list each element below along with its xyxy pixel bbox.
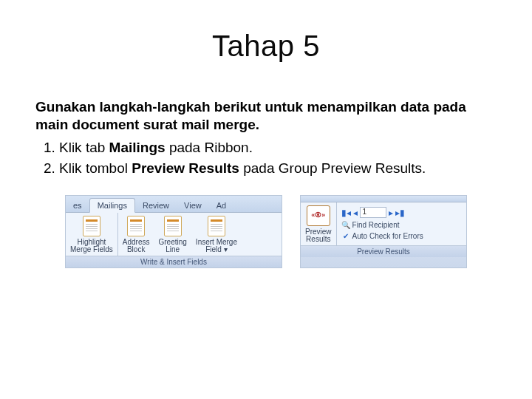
search-icon: 🔍 [341,220,350,229]
next-record-button[interactable]: ▸ [389,208,393,217]
tab-references-cut[interactable]: es [66,199,89,212]
find-recipient-button[interactable]: 🔍 Find Recipient [341,220,423,229]
group-label-write-insert: Write & Insert Fields [66,256,282,267]
tab-addins-cut[interactable]: Ad [209,199,233,212]
highlight-merge-fields-button[interactable]: Highlight Merge Fields [66,213,117,256]
address-icon [127,216,145,236]
step-1: Klik tab Mailings pada Ribbon. [59,138,497,158]
intro-text: Gunakan langkah-langkah berikut untuk me… [35,98,497,134]
first-record-button[interactable]: ▮◂ [341,208,351,217]
tab-mailings[interactable]: Mailings [89,198,135,213]
record-navigator: ▮◂ ◂ 1 ▸ ▸▮ [341,207,423,218]
auto-check-errors-button[interactable]: ✔ Auto Check for Errors [341,231,423,240]
steps-list: Klik tab Mailings pada Ribbon. Klik tomb… [35,138,497,179]
record-number-input[interactable]: 1 [360,207,386,218]
highlight-icon [83,216,100,236]
preview-icon: «⦿» [307,205,330,226]
tab-view[interactable]: View [177,199,209,212]
prev-record-button[interactable]: ◂ [353,208,358,217]
address-block-button[interactable]: Address Block [118,213,154,256]
ribbon-write-insert: es Mailings Review View Ad Highlight Mer… [65,195,282,268]
insert-field-icon [208,216,225,236]
tab-review[interactable]: Review [135,199,177,212]
insert-merge-field-button[interactable]: Insert Merge Field ▾ [191,213,242,256]
step-2: Klik tombol Preview Results pada Group P… [59,159,497,179]
last-record-button[interactable]: ▸▮ [395,208,405,217]
group-label-preview-results: Preview Results [301,245,466,257]
greeting-line-button[interactable]: Greeting Line [154,213,191,256]
ribbon-tabs: es Mailings Review View Ad [66,196,282,213]
greeting-icon [164,216,182,236]
slide-title: Tahap 5 [35,30,497,63]
check-icon: ✔ [341,231,350,240]
ribbon-preview-results: «⦿» Preview Results ▮◂ ◂ 1 ▸ ▸▮ 🔍 Find R… [300,195,467,268]
preview-results-button[interactable]: «⦿» Preview Results [301,202,336,245]
